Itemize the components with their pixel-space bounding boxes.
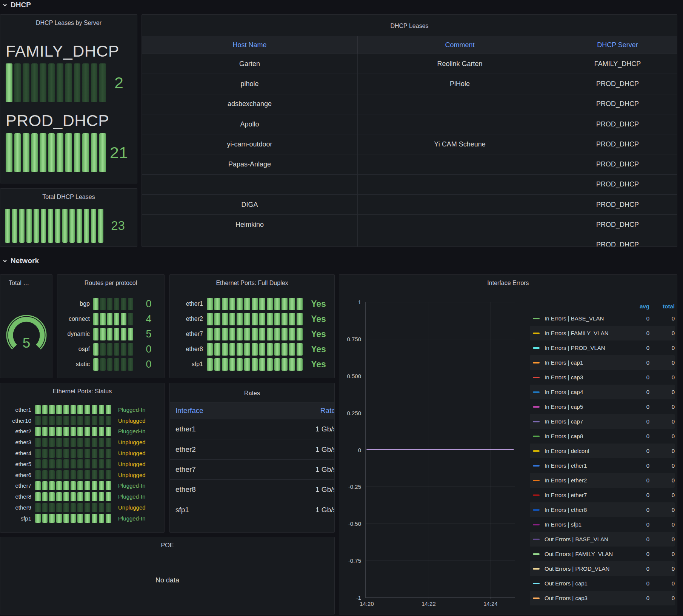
column-header-host-name[interactable]: Host Name bbox=[142, 36, 358, 54]
legend-sort-avg[interactable]: avg bbox=[631, 303, 649, 310]
status-bar-gauge bbox=[35, 481, 111, 490]
status-value: Unplugged bbox=[118, 461, 146, 467]
legend-item[interactable]: In Errors | PROD_VLAN00 bbox=[530, 340, 675, 355]
table-row: PROD_DHCP bbox=[142, 174, 677, 194]
legend-item[interactable]: In Errors | ether100 bbox=[530, 458, 675, 473]
route-label: bgp bbox=[57, 300, 90, 307]
legend-item[interactable]: In Errors | ether700 bbox=[530, 488, 675, 502]
panel-title[interactable]: Ethernet Ports: Status bbox=[0, 383, 164, 400]
section-header-network[interactable]: Network bbox=[2, 257, 39, 265]
panel-total-gauge: Total … 5 bbox=[0, 274, 52, 378]
legend-color-icon bbox=[533, 598, 540, 599]
segment bbox=[71, 427, 76, 436]
segment bbox=[297, 313, 303, 325]
legend-item[interactable]: Out Errors | cap100 bbox=[530, 576, 675, 591]
segment bbox=[259, 298, 265, 310]
port-label: ether3 bbox=[0, 439, 31, 445]
cell-dhcp-server: PROD_DHCP bbox=[562, 134, 673, 154]
legend-sort-total[interactable]: total bbox=[649, 303, 675, 310]
cell-dhcp-server: PROD_DHCP bbox=[562, 114, 673, 134]
legend-item[interactable]: Out Errors | FAMILY_VLAN00 bbox=[530, 547, 675, 561]
segment bbox=[35, 438, 41, 447]
segment bbox=[99, 438, 105, 447]
cell-interface: ether2 bbox=[170, 439, 262, 459]
panel-title[interactable]: Total DHCP Leases bbox=[5, 189, 132, 205]
duplex-bar-gauge bbox=[207, 343, 303, 356]
panel-title[interactable]: Rates bbox=[170, 383, 334, 402]
cell-comment bbox=[358, 235, 562, 247]
column-header-comment[interactable]: Comment bbox=[358, 36, 562, 54]
segment bbox=[237, 358, 243, 371]
chevron-down-icon bbox=[2, 258, 8, 263]
segment bbox=[121, 313, 126, 325]
legend-item[interactable]: In Errors | cap800 bbox=[530, 429, 675, 444]
status-value: Plugged-In bbox=[118, 428, 146, 434]
panel-title[interactable]: Total … bbox=[0, 275, 52, 291]
legend-item[interactable]: In Errors | defconf00 bbox=[530, 444, 675, 458]
segment bbox=[77, 481, 83, 490]
segment bbox=[267, 358, 273, 371]
gridline-h bbox=[366, 524, 515, 524]
column-header-rate[interactable]: Rate bbox=[262, 407, 335, 415]
segment bbox=[26, 209, 32, 243]
panel-title[interactable]: DHCP Leases by Server bbox=[6, 15, 132, 31]
legend-item[interactable]: In Errors | cap700 bbox=[530, 414, 675, 429]
legend-item[interactable]: In Errors | BASE_VLAN00 bbox=[530, 311, 675, 326]
segment bbox=[99, 416, 105, 425]
section-header-dhcp[interactable]: DHCP bbox=[2, 1, 31, 9]
cell-rate: 1 Gb/s bbox=[262, 465, 335, 474]
duplex-row: ether7Yes bbox=[170, 326, 334, 342]
segment bbox=[106, 492, 111, 501]
legend-item[interactable]: Out Errors | cap300 bbox=[530, 591, 675, 605]
legend-item[interactable]: Out Errors | PROD_VLAN00 bbox=[530, 561, 675, 576]
legend-item[interactable]: In Errors | cap500 bbox=[530, 399, 675, 414]
segment bbox=[77, 459, 83, 468]
segment bbox=[100, 343, 105, 356]
cell-rate: 1 Gb/s bbox=[262, 425, 335, 433]
bar-gauge-list: ether1Plugged-Inether10Unpluggedether2Pl… bbox=[0, 404, 164, 524]
status-bar-gauge bbox=[35, 405, 111, 414]
segment bbox=[114, 358, 119, 371]
segment bbox=[49, 416, 55, 425]
segment bbox=[229, 298, 235, 310]
legend-item[interactable]: In Errors | cap400 bbox=[530, 385, 675, 399]
panel-title[interactable]: Routes per protocol bbox=[57, 275, 164, 291]
panel-title[interactable]: DHCP Leases bbox=[142, 15, 677, 36]
y-tick-label: 0.500 bbox=[347, 373, 361, 379]
route-bar-gauge bbox=[93, 328, 133, 340]
legend-item[interactable]: In Errors | cap100 bbox=[530, 355, 675, 370]
legend-item[interactable]: In Errors | ether800 bbox=[530, 502, 675, 517]
panel-title[interactable]: POE bbox=[0, 537, 334, 554]
panel-title[interactable]: Interface Errors bbox=[339, 275, 677, 291]
status-row: ether2Plugged-In bbox=[0, 426, 164, 437]
legend-item[interactable]: Out Errors | BASE_VLAN00 bbox=[530, 532, 675, 547]
segment bbox=[244, 328, 250, 340]
segment bbox=[56, 416, 62, 425]
table-row: piholePiHolePROD_DHCP bbox=[142, 74, 677, 94]
route-row: static0 bbox=[57, 357, 164, 372]
legend-label: Out Errors | BASE_VLAN bbox=[545, 536, 631, 542]
column-header-dhcp-server[interactable]: DHCP Server bbox=[562, 36, 673, 54]
panel-poe: POE No data bbox=[0, 537, 335, 614]
segment bbox=[56, 481, 62, 490]
segment bbox=[63, 449, 69, 458]
legend-item[interactable]: In Errors | cap300 bbox=[530, 370, 675, 385]
segment bbox=[85, 449, 90, 458]
legend-item[interactable]: In Errors | sfp100 bbox=[530, 517, 675, 532]
segment bbox=[35, 449, 41, 458]
segment bbox=[244, 358, 250, 371]
column-header-interface[interactable]: Interface bbox=[170, 407, 262, 415]
segment bbox=[35, 470, 41, 479]
segment bbox=[35, 427, 41, 436]
segment bbox=[42, 416, 48, 425]
panel-title[interactable]: Ethernet Ports: Full Duplex bbox=[170, 275, 334, 291]
segment bbox=[77, 416, 83, 425]
table-header-row: Interface Rate bbox=[170, 402, 334, 419]
segment bbox=[74, 63, 81, 102]
segment bbox=[244, 343, 250, 356]
segment bbox=[56, 514, 62, 523]
legend-item[interactable]: In Errors | ether200 bbox=[530, 473, 675, 488]
segment bbox=[107, 358, 112, 371]
segment bbox=[252, 313, 258, 325]
legend-item[interactable]: In Errors | FAMILY_VLAN00 bbox=[530, 326, 675, 340]
